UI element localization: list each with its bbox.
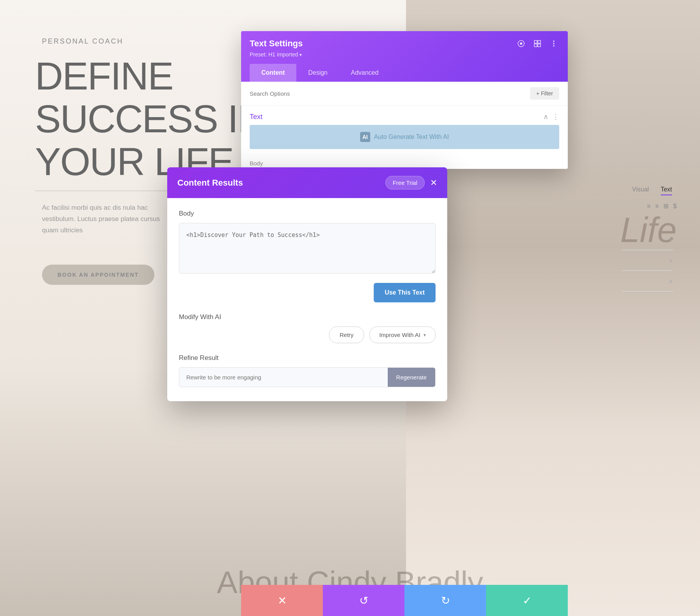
format-icons-row: ≡ ≡ ⊞ $ (647, 202, 677, 210)
svg-point-6 (553, 40, 555, 42)
chevron-down-icon-3: ∨ (669, 278, 673, 284)
modify-ai-section: Modify With AI Retry Improve With AI ▾ (179, 313, 436, 343)
panel-header: Text Settings (241, 31, 568, 82)
modal-title: Content Results (177, 178, 243, 188)
section-more-icon[interactable]: ⋮ (552, 112, 559, 121)
hero-line1: DEFINE (35, 54, 265, 97)
content-results-modal: Content Results Free Trial ✕ Body Use Th… (167, 167, 447, 401)
panel-body: + Filter Text ∧ ⋮ AI Auto Generate Text … (241, 82, 568, 169)
tab-text[interactable]: Text (661, 186, 672, 195)
refine-label: Refine Result (179, 354, 436, 362)
divider-line (35, 191, 183, 191)
search-options-input[interactable] (250, 90, 526, 97)
modal-header-right: Free Trial ✕ (385, 176, 437, 190)
accordion-2[interactable]: ∨ (622, 250, 673, 271)
close-icon[interactable]: ✕ (430, 179, 437, 187)
bottom-toolbar: ✕ ↺ ↻ ✓ (241, 585, 568, 616)
chevron-down-icon: ▾ (424, 332, 426, 338)
modify-ai-buttons: Retry Improve With AI ▾ (179, 326, 436, 343)
tab-content[interactable]: Content (250, 64, 296, 82)
confirm-button[interactable]: ✓ (486, 585, 568, 616)
chevron-down-icon-2: ∨ (669, 257, 673, 263)
table-icon[interactable]: ⊞ (663, 202, 668, 210)
ai-generate-button[interactable]: AI Auto Generate Text With AI (250, 125, 559, 149)
book-appointment-button[interactable]: BOOK AN APPOINTMENT (42, 265, 154, 285)
panel-header-top: Text Settings (250, 38, 559, 49)
svg-rect-4 (534, 44, 537, 47)
undo-button[interactable]: ↺ (323, 585, 404, 616)
svg-rect-5 (538, 44, 541, 47)
refine-section: Refine Result Regenerate (179, 354, 436, 387)
tab-advanced[interactable]: Advanced (339, 64, 390, 82)
accordion-3[interactable]: ∨ (622, 271, 673, 291)
text-section-title: Text (250, 113, 262, 121)
align-center-icon[interactable]: ≡ (655, 203, 659, 210)
chevron-down-icon-1: ∨ (669, 237, 673, 243)
right-accordions: ∨ ∨ ∨ (622, 230, 673, 291)
grid-icon[interactable] (532, 38, 543, 49)
screenshot-icon[interactable] (516, 38, 527, 49)
hero-title: DEFINE SUCCESS IN YOUR LIFE (35, 54, 265, 183)
confirm-icon: ✓ (523, 594, 532, 607)
dollar-icon[interactable]: $ (673, 203, 677, 210)
svg-rect-2 (534, 40, 537, 43)
text-section-icons: ∧ ⋮ (543, 112, 559, 121)
undo-icon: ↺ (359, 594, 368, 607)
filter-button[interactable]: + Filter (530, 87, 559, 100)
refine-input-row: Regenerate (179, 367, 436, 387)
body-section-label: Body (179, 210, 436, 218)
redo-icon: ↻ (441, 594, 450, 607)
panel-tabs: Content Design Advanced (250, 64, 559, 82)
refine-input[interactable] (179, 368, 388, 387)
visual-text-tabs: Visual Text (632, 186, 672, 195)
retry-button[interactable]: Retry (329, 326, 364, 343)
cancel-button[interactable]: ✕ (241, 585, 323, 616)
panel-title: Text Settings (250, 39, 303, 49)
panel-icons (516, 38, 559, 49)
text-section-header: Text ∧ ⋮ (241, 105, 568, 125)
panel-preset[interactable]: Preset: H1 imported (250, 51, 559, 58)
svg-point-8 (553, 45, 555, 47)
personal-coach-label: PERSONAL COACH (42, 37, 123, 46)
align-left-icon[interactable]: ≡ (647, 203, 650, 210)
ai-icon: AI (360, 132, 370, 142)
hero-line2: SUCCESS IN (35, 97, 265, 140)
collapse-icon[interactable]: ∧ (543, 112, 548, 121)
improve-with-ai-button[interactable]: Improve With AI ▾ (369, 326, 436, 343)
modal-body: Body Use This Text Modify With AI Retry … (167, 198, 447, 401)
tab-visual[interactable]: Visual (632, 186, 649, 195)
search-filter-row: + Filter (241, 82, 568, 105)
tab-design[interactable]: Design (296, 64, 339, 82)
svg-rect-3 (538, 40, 541, 43)
svg-point-7 (553, 43, 555, 44)
modal-header: Content Results Free Trial ✕ (167, 167, 447, 198)
more-options-icon[interactable] (548, 38, 559, 49)
svg-point-1 (520, 42, 522, 45)
modify-ai-label: Modify With AI (179, 313, 436, 321)
body-text: Ac facilisi morbi quis ac dis nula hac v… (42, 202, 174, 236)
regenerate-button[interactable]: Regenerate (388, 368, 435, 387)
accordion-1[interactable]: ∨ (622, 230, 673, 250)
improve-label: Improve With AI (379, 332, 420, 338)
redo-button[interactable]: ↻ (404, 585, 486, 616)
free-trial-button[interactable]: Free Trial (385, 176, 425, 190)
body-textarea[interactable] (179, 223, 436, 274)
text-settings-panel: Text Settings (241, 31, 568, 169)
cancel-icon: ✕ (278, 594, 287, 607)
use-text-button[interactable]: Use This Text (374, 283, 436, 302)
ai-generate-label: Auto Generate Text With AI (374, 133, 449, 140)
